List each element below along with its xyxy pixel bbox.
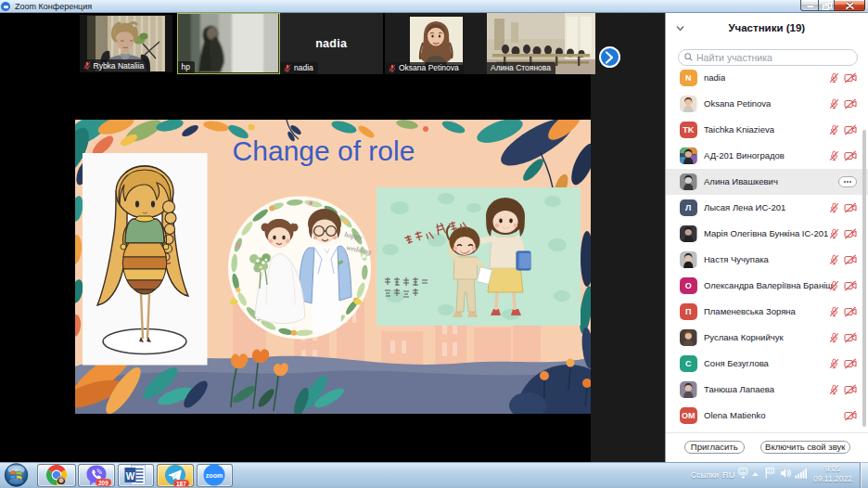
tile-label: Rybka Nataliia bbox=[80, 59, 149, 72]
camera-off-icon bbox=[844, 254, 857, 265]
participant-name: Танюша Лапаева bbox=[704, 377, 774, 403]
chrome-icon bbox=[45, 464, 68, 486]
camera-off-icon bbox=[844, 384, 857, 395]
participant-row[interactable]: ССоня Безуглова bbox=[666, 351, 868, 377]
taskbar-chrome-button[interactable] bbox=[37, 464, 76, 487]
mic-muted-icon bbox=[829, 202, 839, 213]
video-tile-hp[interactable]: hp bbox=[177, 13, 280, 74]
word-icon: W bbox=[124, 464, 147, 486]
participant-row[interactable]: Руслана Корнийчук bbox=[666, 325, 868, 351]
participant-row[interactable]: TKTaichka Kniazieva bbox=[666, 117, 868, 143]
invite-button[interactable]: Пригласить bbox=[684, 441, 745, 454]
taskbar-zoom-button[interactable]: zoom bbox=[197, 464, 234, 487]
video-tile-nadia[interactable]: nadia nadia bbox=[280, 13, 383, 74]
participant-name: Rybka Nataliia bbox=[94, 61, 145, 71]
participant-row[interactable]: Марія Олегівна Бункіна ІС-201 bbox=[666, 221, 868, 247]
show-hidden-icons-button[interactable] bbox=[751, 471, 760, 477]
participant-status-icons bbox=[838, 169, 857, 195]
participant-status-icons bbox=[829, 247, 857, 273]
action-center-flag-icon[interactable] bbox=[764, 467, 775, 479]
participant-row[interactable]: ЛЛысая Лена ИС-201 bbox=[666, 195, 868, 221]
participant-row[interactable]: ППламеневська Зоряна bbox=[666, 299, 868, 325]
participant-avatar bbox=[680, 148, 697, 165]
mic-muted-icon bbox=[829, 72, 839, 83]
participant-name: Алина Стоянова bbox=[491, 63, 551, 72]
mic-muted-icon bbox=[829, 150, 839, 161]
participant-name: Соня Безуглова bbox=[704, 351, 769, 377]
video-tile-alina-s[interactable]: Алина Стоянова bbox=[487, 13, 595, 74]
unmute-button[interactable]: Включить свой звук bbox=[760, 441, 851, 454]
participant-row[interactable]: Танюша Лапаева bbox=[666, 377, 868, 403]
shared-screen-slide: happy wedding bbox=[75, 120, 591, 414]
window-titlebar: Zoom Конференция bbox=[0, 0, 868, 13]
mic-muted-icon bbox=[83, 61, 91, 70]
camera-off-icon bbox=[844, 72, 857, 83]
language-indicator[interactable]: RU bbox=[722, 469, 735, 480]
show-desktop-button[interactable] bbox=[860, 462, 868, 488]
minimize-button[interactable] bbox=[800, 0, 819, 11]
participant-name: Лысая Лена ИС-201 bbox=[704, 195, 785, 221]
clock-date: 09.11.2022 bbox=[811, 474, 855, 484]
clock-time: 9:05 bbox=[811, 464, 855, 474]
zoom-meeting-window: Rybka Nataliia hp bbox=[0, 13, 665, 463]
network-signal-icon[interactable] bbox=[795, 468, 807, 479]
telegram-badge: 187 bbox=[173, 480, 189, 488]
participant-status-icons bbox=[829, 65, 857, 91]
participant-name: nadia bbox=[294, 63, 313, 72]
participant-avatar bbox=[680, 251, 697, 269]
video-tile-rybka[interactable]: Rybka Nataliia bbox=[80, 15, 173, 72]
participant-avatar: N bbox=[680, 70, 697, 87]
tile-label: Алина Стоянова bbox=[487, 62, 555, 75]
mic-muted-icon bbox=[829, 384, 839, 395]
mic-muted-icon bbox=[284, 64, 291, 72]
participant-search[interactable] bbox=[678, 49, 858, 66]
participant-status-icons bbox=[829, 325, 857, 351]
participant-avatar: П bbox=[680, 303, 697, 321]
camera-off-icon bbox=[844, 98, 857, 109]
participant-row[interactable]: Nnadia bbox=[666, 65, 868, 91]
camera-off-icon bbox=[844, 306, 857, 317]
camera-off-icon bbox=[844, 202, 857, 213]
restore-button[interactable] bbox=[819, 0, 835, 11]
camera-off-icon bbox=[844, 280, 857, 291]
links-toolbar[interactable]: Ссылки bbox=[691, 470, 719, 480]
participant-avatar bbox=[680, 381, 697, 399]
participant-name: Марія Олегівна Бункіна ІС-201 bbox=[704, 221, 828, 247]
keyboard-layout-icon[interactable] bbox=[738, 468, 748, 480]
participant-name: Taichka Kniazieva bbox=[704, 117, 774, 143]
taskbar-telegram-button[interactable]: 187 bbox=[157, 464, 194, 487]
more-options-button[interactable] bbox=[838, 176, 857, 188]
camera-off-icon bbox=[844, 150, 857, 161]
close-icon bbox=[846, 2, 854, 9]
camera-off-icon bbox=[844, 332, 857, 343]
participant-status-icons bbox=[829, 221, 857, 247]
tile-label: nadia bbox=[280, 62, 318, 75]
mic-muted-icon bbox=[829, 228, 839, 239]
mic-muted-icon bbox=[829, 254, 839, 265]
participant-row[interactable]: АД-201 Виноградов bbox=[666, 143, 868, 169]
participant-name: Олександра Валеріївна Браніш bbox=[704, 273, 833, 299]
zoom-icon: zoom bbox=[203, 464, 226, 487]
participant-avatar: OM bbox=[680, 407, 697, 425]
next-participants-button[interactable] bbox=[599, 46, 620, 68]
search-input[interactable] bbox=[696, 52, 851, 63]
video-strip-gutter bbox=[591, 13, 665, 463]
video-tile-oksana[interactable]: Oksana Petinova bbox=[385, 13, 487, 74]
scrollbar-thumb[interactable] bbox=[862, 130, 866, 427]
taskbar-clock[interactable]: 9:05 09.11.2022 bbox=[811, 464, 855, 484]
taskbar-viber-button[interactable]: 209 bbox=[78, 464, 115, 487]
taskbar-word-button[interactable]: W bbox=[118, 464, 155, 487]
participant-row[interactable]: ООлександра Валеріївна Браніш bbox=[666, 273, 868, 299]
participant-row[interactable]: Oksana Petinova bbox=[666, 91, 868, 117]
participant-row[interactable]: OMOlena Matienko bbox=[666, 403, 868, 429]
volume-icon[interactable] bbox=[780, 468, 791, 479]
close-button[interactable] bbox=[835, 0, 865, 11]
participant-avatar bbox=[680, 173, 697, 191]
tile-label: hp bbox=[178, 61, 195, 74]
participant-name: АД-201 Виноградов bbox=[704, 143, 785, 169]
participant-row[interactable]: Настя Чучупака bbox=[666, 247, 868, 273]
participants-panel-title: Участники (19) bbox=[666, 22, 868, 33]
start-button[interactable] bbox=[4, 463, 29, 487]
participant-row[interactable]: Алина Ивашкевич bbox=[666, 169, 868, 195]
participant-status-icons bbox=[829, 195, 857, 221]
